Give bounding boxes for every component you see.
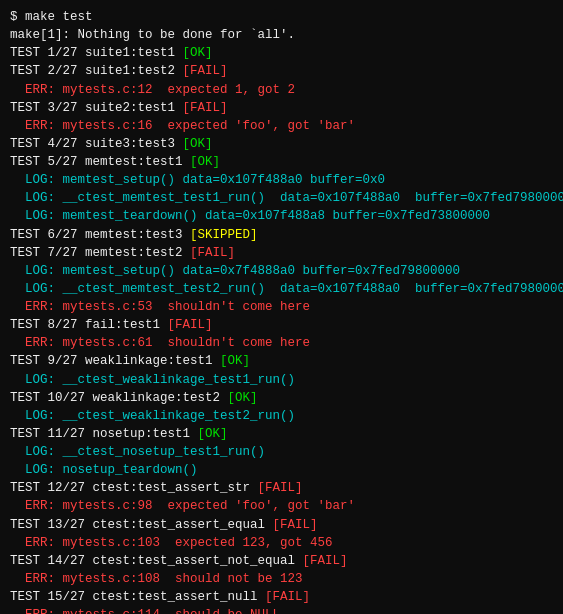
terminal-line: ERR: mytests.c:53 shouldn't come here xyxy=(10,298,553,316)
terminal-line: TEST 4/27 suite3:test3 [OK] xyxy=(10,135,553,153)
terminal-line: TEST 9/27 weaklinkage:test1 [OK] xyxy=(10,352,553,370)
terminal-line: TEST 1/27 suite1:test1 [OK] xyxy=(10,44,553,62)
terminal-line: ERR: mytests.c:114 should be NULL xyxy=(10,606,553,614)
terminal-line: LOG: memtest_teardown() data=0x107f488a8… xyxy=(10,207,553,225)
terminal-line: ERR: mytests.c:103 expected 123, got 456 xyxy=(10,534,553,552)
terminal-line: LOG: memtest_setup() data=0x107f488a0 bu… xyxy=(10,171,553,189)
terminal-line: ERR: mytests.c:16 expected 'foo', got 'b… xyxy=(10,117,553,135)
terminal-line: TEST 12/27 ctest:test_assert_str [FAIL] xyxy=(10,479,553,497)
terminal-line: make[1]: Nothing to be done for `all'. xyxy=(10,26,553,44)
terminal-line: TEST 15/27 ctest:test_assert_null [FAIL] xyxy=(10,588,553,606)
terminal-line: TEST 2/27 suite1:test2 [FAIL] xyxy=(10,62,553,80)
terminal-line: TEST 7/27 memtest:test2 [FAIL] xyxy=(10,244,553,262)
terminal-line: TEST 6/27 memtest:test3 [SKIPPED] xyxy=(10,226,553,244)
terminal-line: LOG: memtest_setup() data=0x7f4888a0 buf… xyxy=(10,262,553,280)
terminal-line: LOG: __ctest_memtest_test2_run() data=0x… xyxy=(10,280,553,298)
terminal-line: TEST 3/27 suite2:test1 [FAIL] xyxy=(10,99,553,117)
terminal-line: LOG: nosetup_teardown() xyxy=(10,461,553,479)
terminal-line: TEST 11/27 nosetup:test1 [OK] xyxy=(10,425,553,443)
terminal-line: TEST 10/27 weaklinkage:test2 [OK] xyxy=(10,389,553,407)
terminal-line: ERR: mytests.c:108 should not be 123 xyxy=(10,570,553,588)
terminal-line: TEST 8/27 fail:test1 [FAIL] xyxy=(10,316,553,334)
terminal-line: $ make test xyxy=(10,8,553,26)
terminal-line: LOG: __ctest_nosetup_test1_run() xyxy=(10,443,553,461)
terminal-line: TEST 14/27 ctest:test_assert_not_equal [… xyxy=(10,552,553,570)
terminal-window: $ make testmake[1]: Nothing to be done f… xyxy=(10,8,553,614)
terminal-line: TEST 13/27 ctest:test_assert_equal [FAIL… xyxy=(10,516,553,534)
terminal-line: TEST 5/27 memtest:test1 [OK] xyxy=(10,153,553,171)
terminal-line: ERR: mytests.c:61 shouldn't come here xyxy=(10,334,553,352)
terminal-line: LOG: __ctest_weaklinkage_test2_run() xyxy=(10,407,553,425)
terminal-line: ERR: mytests.c:98 expected 'foo', got 'b… xyxy=(10,497,553,515)
terminal-line: LOG: __ctest_memtest_test1_run() data=0x… xyxy=(10,189,553,207)
terminal-line: ERR: mytests.c:12 expected 1, got 2 xyxy=(10,81,553,99)
terminal-line: LOG: __ctest_weaklinkage_test1_run() xyxy=(10,371,553,389)
